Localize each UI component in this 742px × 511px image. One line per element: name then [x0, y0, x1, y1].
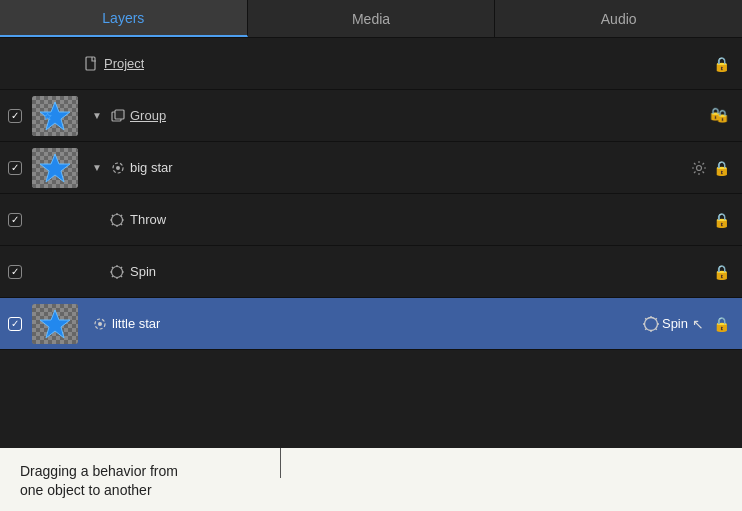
svg-line-34	[112, 276, 113, 277]
drag-cursor-icon: ↖	[692, 316, 704, 332]
throw-checkbox[interactable]	[4, 209, 26, 231]
littlestar-checkbox[interactable]	[4, 313, 26, 335]
lock-icon-bigstar[interactable]: 🔒	[712, 159, 730, 177]
settings-icon-bigstar[interactable]	[690, 159, 708, 177]
bigstar-name-area: ▼ big star	[84, 160, 690, 176]
annotation-area: Dragging a behavior from one object to a…	[0, 448, 742, 511]
spin-label: Spin	[130, 264, 156, 279]
spin-checkbox[interactable]	[4, 261, 26, 283]
dragged-behavior: Spin ↖	[642, 315, 704, 333]
svg-line-43	[645, 318, 646, 319]
throw-name-area: Throw	[84, 211, 712, 229]
layer-row-project[interactable]: Project 🔒	[0, 38, 742, 90]
svg-line-46	[645, 328, 646, 329]
svg-line-22	[112, 214, 113, 215]
group-checkbox[interactable]	[4, 105, 26, 127]
project-right: 🔒	[712, 55, 738, 73]
tab-media[interactable]: Media	[248, 0, 496, 37]
svg-line-23	[121, 224, 122, 225]
group-type-icon	[110, 108, 126, 124]
lock-icon-littlestar[interactable]: 🔒	[712, 315, 730, 333]
layer-row-littlestar[interactable]: little star	[0, 298, 742, 350]
project-name-area: Project	[84, 56, 712, 72]
svg-line-24	[121, 214, 122, 215]
group-name-area: ▼ Group	[84, 108, 708, 124]
layer-row-throw[interactable]: Throw 🔒	[0, 194, 742, 246]
lock-stack-icon[interactable]: 🔒 🔒	[708, 107, 730, 125]
svg-point-17	[112, 214, 123, 225]
layer-row-spin[interactable]: Spin 🔒	[0, 246, 742, 298]
svg-marker-5	[40, 154, 70, 182]
svg-point-8	[697, 165, 702, 170]
svg-line-13	[694, 163, 696, 165]
drag-behavior-label: Spin	[662, 316, 688, 331]
bigstar-right: 🔒	[690, 159, 738, 177]
svg-line-44	[655, 328, 656, 329]
tab-layers[interactable]: Layers	[0, 0, 248, 37]
spin-behavior-icon	[108, 263, 126, 281]
svg-rect-4	[115, 110, 124, 119]
svg-line-31	[112, 266, 113, 267]
throw-label: Throw	[130, 212, 166, 227]
lock-icon-spin[interactable]: 🔒	[712, 263, 730, 281]
bigstar-thumbnail	[32, 148, 78, 188]
lock-icon-throw[interactable]: 🔒	[712, 211, 730, 229]
svg-line-45	[655, 318, 656, 319]
layers-list: Project 🔒 ▼	[0, 38, 742, 448]
layer-row-group[interactable]: ▼ Group 🔒 🔒	[0, 90, 742, 142]
expand-arrow-bigstar[interactable]: ▼	[92, 162, 106, 173]
littlestar-right: 🔒	[712, 315, 738, 333]
group-right: 🔒 🔒	[708, 107, 738, 125]
throw-right: 🔒	[712, 211, 738, 229]
littlestar-type-icon	[92, 316, 108, 332]
group-label: Group	[130, 108, 166, 123]
svg-line-32	[121, 276, 122, 277]
annotation-line	[280, 448, 281, 478]
throw-behavior-icon	[108, 211, 126, 229]
svg-marker-35	[40, 310, 70, 338]
layer-row-bigstar[interactable]: ▼ big star	[0, 142, 742, 194]
document-icon	[84, 56, 100, 72]
svg-point-37	[98, 322, 102, 326]
littlestar-name-area: little star	[84, 316, 642, 332]
svg-line-33	[121, 266, 122, 267]
svg-line-14	[703, 171, 705, 173]
littlestar-thumbnail	[32, 304, 78, 344]
svg-point-26	[112, 266, 123, 277]
bigstar-checkbox[interactable]	[4, 157, 26, 179]
lock-icon[interactable]: 🔒	[712, 55, 730, 73]
drag-behavior-icon	[642, 315, 660, 333]
svg-point-7	[116, 166, 120, 170]
bigstar-label: big star	[130, 160, 173, 175]
tab-audio[interactable]: Audio	[495, 0, 742, 37]
layers-panel: Layers Media Audio Project	[0, 0, 742, 511]
spin-right: 🔒	[712, 263, 738, 281]
project-label: Project	[104, 56, 144, 71]
spin-name-area: Spin	[84, 263, 712, 281]
object-type-icon	[110, 160, 126, 176]
tab-bar: Layers Media Audio	[0, 0, 742, 38]
svg-line-15	[703, 163, 705, 165]
svg-line-16	[694, 171, 696, 173]
littlestar-label: little star	[112, 316, 160, 331]
svg-rect-0	[86, 57, 95, 70]
annotation-text: Dragging a behavior from one object to a…	[20, 462, 178, 501]
svg-line-25	[112, 224, 113, 225]
expand-arrow-group[interactable]: ▼	[92, 110, 106, 121]
group-thumbnail	[32, 96, 78, 136]
